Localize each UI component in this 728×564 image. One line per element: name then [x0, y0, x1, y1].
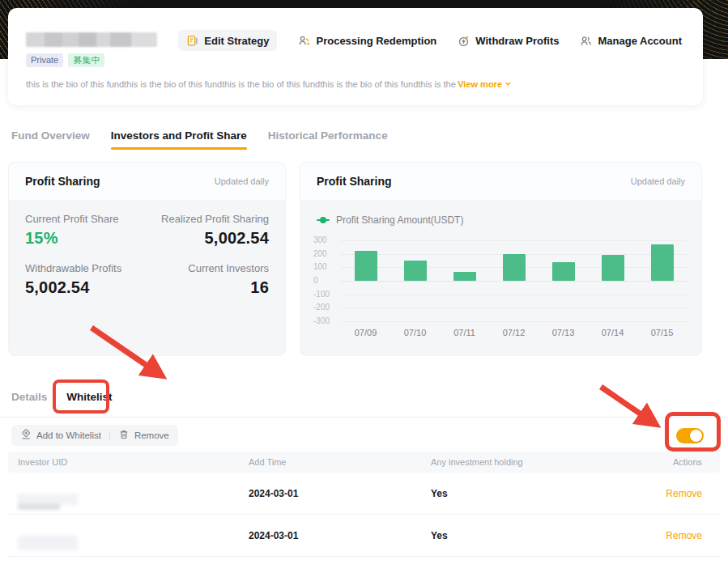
add-time-cell: 2024-03-01: [249, 488, 431, 499]
chart-bar-07/11: [453, 272, 476, 281]
chart-legend: Profit Sharing Amount(USDT): [317, 214, 701, 226]
chart-x-tick-label: 07/15: [637, 328, 687, 337]
col-investor-uid: Investor UID: [18, 457, 249, 467]
row-remove-link[interactable]: Remove: [666, 488, 702, 499]
chart-bar-07/13: [552, 262, 575, 281]
chart-bar-07/09: [355, 251, 377, 281]
processing-redemption-label: Processing Redemption: [316, 35, 436, 47]
remove-button[interactable]: Remove: [118, 429, 169, 442]
chart-card-title: Profit Sharing: [317, 175, 392, 188]
tab-details[interactable]: Details: [11, 391, 47, 403]
chart-y-tick-label: -100: [313, 290, 338, 299]
chart-gridline: -100: [341, 295, 687, 295]
manage-account-label: Manage Account: [598, 35, 682, 47]
fund-bio-row: this is the bio of this fundthis is the …: [26, 79, 512, 89]
chart-x-tick-label: 07/14: [588, 328, 637, 337]
stat-value-withdrawable-profits: 5,002.54: [25, 278, 147, 297]
whitelist-toolbar: Add to Whitelist Remove: [11, 424, 704, 447]
stat-label: Withdrawable Profits: [25, 262, 147, 274]
table-row: 2024-03-01 Yes Remove: [8, 473, 720, 515]
tab-historical-performance[interactable]: Historical Performance: [268, 129, 388, 150]
view-more-link[interactable]: View more: [458, 79, 512, 89]
stat-value-realized-profit-sharing: 5,002.54: [147, 229, 270, 248]
manage-account-icon: [580, 35, 592, 47]
sub-tabs-divider: [0, 417, 728, 418]
recruiting-badge: 募集中: [68, 53, 104, 67]
fund-bio: this is the bio of this fundthis is the …: [26, 79, 456, 89]
fund-management-screen: Private 募集中 Edit Strategy Processing Red…: [0, 0, 728, 564]
chart-bar-07/10: [404, 261, 427, 281]
add-time-cell: 2024-03-01: [249, 530, 431, 541]
stat-realized-profit-sharing: Realized Profit Sharing 5,002.54: [147, 213, 270, 248]
stat-label: Current Profit Share: [25, 213, 147, 225]
chart-card-header: Profit Sharing Updated daily: [300, 163, 701, 200]
chart-x-tick-label: 07/12: [489, 328, 539, 337]
edit-strategy-button[interactable]: Edit Strategy: [178, 30, 277, 51]
stats-grid: Current Profit Share 15% Realized Profit…: [9, 200, 285, 310]
stat-current-profit-share: Current Profit Share 15%: [25, 213, 147, 248]
table-header-row: Investor UID Add Time Any investment hol…: [8, 452, 720, 473]
holding-cell: Yes: [431, 488, 629, 499]
row-remove-link[interactable]: Remove: [666, 530, 702, 541]
main-tabs: Fund Overview Investors and Profit Share…: [11, 129, 388, 150]
stats-updated-label: Updated daily: [215, 176, 269, 186]
withdraw-profits-icon: [458, 35, 470, 47]
col-add-time: Add Time: [249, 457, 431, 467]
processing-redemption-icon: [298, 35, 310, 47]
legend-line-dot-icon: [317, 217, 330, 223]
stat-label: Current Investors: [147, 262, 270, 274]
chart-x-tick-label: 07/10: [390, 328, 440, 337]
chart-y-tick-label: 0: [313, 277, 338, 285]
remove-button-label: Remove: [134, 430, 169, 440]
add-to-whitelist-label: Add to Whitelist: [36, 430, 101, 440]
chart-y-tick-label: 200: [313, 250, 338, 258]
fund-name-redacted: [26, 32, 157, 47]
chart-y-tick-label: -200: [313, 303, 338, 312]
stat-label: Realized Profit Sharing: [147, 213, 270, 225]
processing-redemption-button[interactable]: Processing Redemption: [298, 35, 436, 47]
toolbar-separator: [109, 430, 110, 440]
legend-label: Profit Sharing Amount(USDT): [336, 214, 463, 226]
whitelist-toggle[interactable]: [676, 428, 704, 443]
tab-investors-and-profit-share[interactable]: Investors and Profit Share: [111, 129, 247, 150]
whitelist-table: Investor UID Add Time Any investment hol…: [8, 452, 720, 557]
chart-gridline: 0: [341, 281, 687, 282]
chart-plot: 3002001000-100-200-300: [341, 240, 687, 321]
fund-action-bar: Edit Strategy Processing Redemption With…: [178, 30, 682, 51]
stats-card-header: Profit Sharing Updated daily: [9, 163, 285, 200]
chevron-down-icon: [504, 79, 512, 89]
stats-card-title: Profit Sharing: [25, 175, 100, 188]
table-row: 2024-03-01 Yes Remove: [8, 515, 720, 557]
withdraw-profits-button[interactable]: Withdraw Profits: [458, 35, 559, 47]
chart-updated-label: Updated daily: [631, 176, 685, 186]
tab-fund-overview[interactable]: Fund Overview: [11, 129, 90, 150]
tab-whitelist[interactable]: Whitelist: [66, 391, 112, 403]
whitelist-toolbar-pill: Add to Whitelist Remove: [11, 425, 178, 446]
profit-sharing-bar-chart: 3002001000-100-200-300 07/0907/1007/1107…: [313, 235, 688, 336]
view-more-label: View more: [458, 79, 502, 89]
manage-account-button[interactable]: Manage Account: [580, 35, 682, 47]
chart-gridline: 300: [341, 240, 687, 241]
holding-cell: Yes: [431, 530, 629, 541]
withdraw-profits-label: Withdraw Profits: [475, 35, 559, 47]
add-to-whitelist-button[interactable]: Add to Whitelist: [20, 429, 101, 442]
chart-bar-07/15: [651, 244, 674, 281]
col-any-investment-holding: Any investment holding: [431, 457, 629, 467]
chart-bar-07/12: [503, 254, 526, 281]
fund-badges: Private 募集中: [26, 53, 104, 67]
chart-x-tick-label: 07/11: [440, 328, 489, 337]
fund-header-card: Private 募集中 Edit Strategy Processing Red…: [8, 8, 703, 105]
stat-value-current-investors: 16: [147, 278, 270, 297]
trash-icon: [118, 429, 130, 442]
chart-gridline: -200: [341, 307, 687, 308]
chart-bar-07/14: [602, 255, 624, 281]
chart-x-tick-label: 07/13: [539, 328, 588, 337]
chart-y-tick-label: 300: [313, 236, 338, 244]
edit-strategy-label: Edit Strategy: [204, 35, 269, 47]
chart-y-tick-label: 100: [313, 263, 338, 271]
toggle-knob: [690, 430, 702, 442]
whitelist-sub-tabs: Details Whitelist: [11, 391, 113, 403]
chart-x-tick-label: 07/09: [341, 328, 390, 337]
chart-y-tick-label: -300: [313, 317, 338, 325]
col-actions: Actions: [629, 457, 702, 467]
